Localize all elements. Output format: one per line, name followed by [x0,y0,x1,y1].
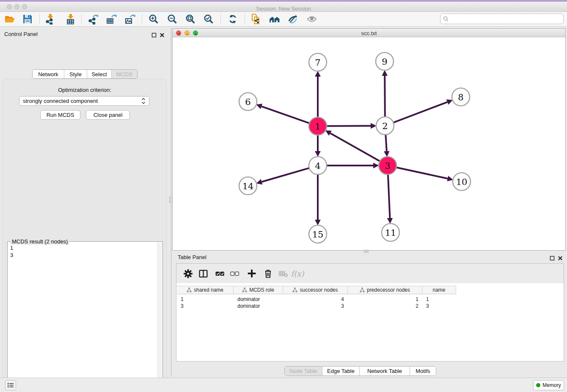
memory-button[interactable]: Memory [533,380,564,390]
control-tab-style[interactable]: Style [64,70,87,78]
mcds-result-title: MCDS result (2 nodes) [10,238,69,245]
graph-node-4[interactable]: 4 [309,157,327,174]
table-cell[interactable]: 1 [177,296,234,303]
graph-edge-2-9[interactable] [385,76,385,117]
float-table-panel-icon[interactable] [550,255,555,262]
graph-node-2[interactable]: 2 [376,117,394,135]
column-header-name[interactable]: name [422,286,456,294]
memory-status-dot [536,383,540,387]
delete-column-icon[interactable] [262,268,274,279]
column-header-successor-nodes[interactable]: successor nodes [283,286,348,294]
zoom-fit-icon[interactable] [184,13,197,25]
graph-node-10[interactable]: 10 [453,173,471,190]
status-bar: Memory [0,378,567,392]
delete-table-icon[interactable] [277,268,289,279]
control-tab-mcds[interactable]: MCDS [112,70,137,78]
export-network-icon[interactable] [87,13,99,25]
table-tab-node-table[interactable]: Node Table [285,367,322,375]
graph-edge-2-8[interactable] [393,102,448,123]
zoom-in-icon[interactable] [147,13,160,25]
table-row[interactable]: 3dominator323 [177,303,456,309]
graph-node-1[interactable]: 1 [309,117,327,135]
svg-text:10: 10 [456,177,468,187]
svg-text:4: 4 [315,161,320,171]
zoom-out-icon[interactable] [166,13,179,25]
mcds-tab-content: Optimization criterion: strongly connect… [3,79,167,392]
window-titlebar[interactable]: Session: New Session [0,2,567,12]
table-cell[interactable]: 3 [422,303,456,309]
column-header-shared-name[interactable]: shared name [177,286,234,294]
toolbar-separator [39,14,40,25]
svg-text:6: 6 [245,97,250,107]
graphics-details-icon[interactable] [286,13,299,25]
graph-node-6[interactable]: 6 [239,93,257,110]
export-image-icon[interactable] [124,13,136,25]
graph-edge-3-11[interactable] [388,174,390,218]
close-panel-button[interactable]: Close panel [86,110,130,120]
add-column-icon[interactable] [246,268,258,279]
graph-node-7[interactable]: 7 [309,53,327,71]
table-cell[interactable]: 2 [348,303,422,309]
table-tab-motifs[interactable]: Motifs [410,367,436,375]
task-list-button[interactable] [5,380,16,390]
save-session-icon[interactable] [21,13,34,25]
import-table-icon[interactable] [64,13,77,25]
table-cell[interactable]: dominator [234,296,283,303]
graph-node-9[interactable]: 9 [376,52,394,70]
criterion-dropdown[interactable]: strongly connected component [19,96,149,106]
refresh-icon[interactable] [226,13,239,25]
graph-edge-4-14[interactable] [262,168,310,182]
criterion-dropdown-value: strongly connected component [23,98,98,104]
search-input[interactable] [450,16,563,22]
function-builder-icon[interactable]: f(x) [292,268,303,279]
graph-edge-1-6[interactable] [261,106,310,123]
panel-splitter[interactable] [169,28,172,377]
nested-networks-icon[interactable] [268,13,281,25]
table-panel-tabs: Node TableEdge TableNetwork TableMotifs [284,366,436,376]
close-table-panel-icon[interactable] [558,255,563,262]
deselect-all-checkboxes-icon[interactable] [228,268,240,279]
table-tab-edge-table[interactable]: Edge Table [322,367,360,375]
eye-icon[interactable] [306,13,318,25]
graph-edge-2-3[interactable] [385,134,387,151]
graph-node-8[interactable]: 8 [452,88,470,106]
network-titlebar[interactable]: scc.txt [173,29,565,37]
column-header-MCDS-role[interactable]: MCDS role [234,286,283,294]
export-table-icon[interactable] [105,13,118,25]
graph-node-14[interactable]: 14 [239,177,257,195]
table-cell[interactable]: 3 [283,303,348,309]
zoom-selected-icon[interactable] [202,13,215,25]
graph-node-11[interactable]: 11 [382,224,399,241]
search-field[interactable] [440,14,564,24]
table-cell[interactable]: 4 [283,296,348,303]
table-cell[interactable]: 1 [422,296,456,303]
svg-text:8: 8 [458,92,463,102]
table-cell[interactable]: 1 [348,296,422,303]
column-header-predecessor-nodes[interactable]: predecessor nodes [348,286,422,294]
duplicate-network-icon[interactable] [250,13,262,25]
table-tab-network-table[interactable]: Network Table [360,367,410,375]
network-canvas-svg[interactable]: 1234678910111415 [173,37,565,250]
import-network-icon[interactable] [44,13,57,25]
table-row[interactable]: 1dominator411 [177,296,456,303]
float-panel-icon[interactable] [151,32,157,39]
run-mcds-button[interactable]: Run MCDS [40,110,80,120]
mcds-result-text[interactable]: 1 3 [10,244,13,259]
result-scrollbar[interactable] [157,242,162,392]
graph-edge-3-10[interactable] [396,167,448,179]
table-cell[interactable]: 3 [177,303,234,309]
graph-edge-1-2[interactable] [326,126,371,126]
split-columns-icon[interactable] [197,268,209,279]
control-tab-network[interactable]: Network [33,70,64,78]
table-cell[interactable]: dominator [234,303,283,309]
settings-gear-icon[interactable] [182,268,194,279]
column-header-label: shared name [194,287,223,293]
control-tab-select[interactable]: Select [87,70,112,78]
open-session-icon[interactable] [3,13,16,25]
select-all-checkboxes-icon[interactable] [214,268,226,279]
graph-node-15[interactable]: 15 [309,225,327,243]
graph-edge-3-1[interactable] [330,133,380,161]
graph-node-3[interactable]: 3 [379,157,396,174]
close-panel-icon[interactable] [160,32,165,39]
svg-text:9: 9 [382,57,387,67]
